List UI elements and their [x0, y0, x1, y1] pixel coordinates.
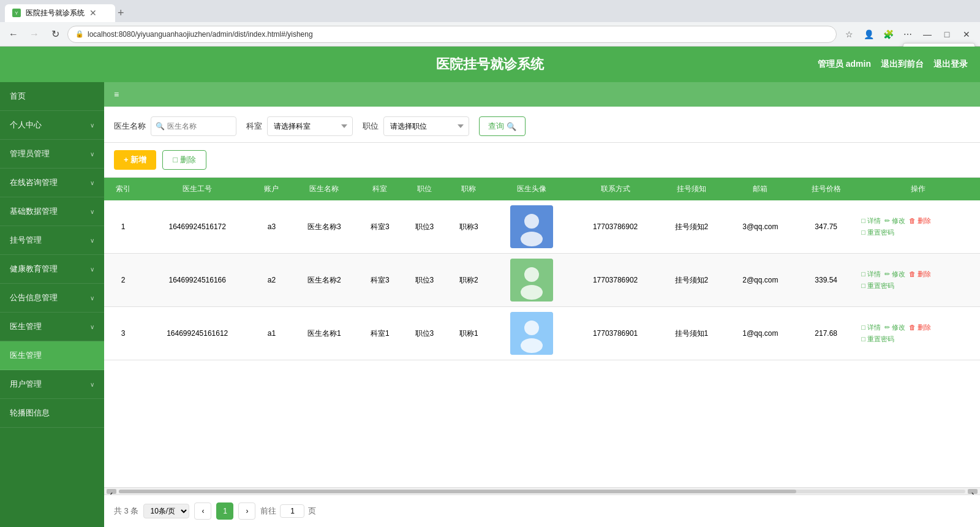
position-select[interactable]: 请选择职位: [383, 116, 469, 136]
scroll-left-button[interactable]: ‹: [107, 489, 116, 494]
tab-close-button[interactable]: ✕: [89, 8, 97, 18]
cell-name: 医生名称3: [290, 200, 358, 254]
extensions-button[interactable]: 🧩: [880, 26, 897, 43]
sidebar-item-admin-mgmt[interactable]: 管理员管理 ∨: [0, 140, 104, 169]
back-button[interactable]: ←: [5, 26, 22, 43]
next-page-button[interactable]: ›: [238, 502, 255, 520]
col-title: 职称: [447, 178, 491, 200]
cell-index: 2: [104, 254, 142, 307]
cell-position: 职位3: [402, 200, 447, 254]
sidebar-item-carousel[interactable]: 轮播图信息: [0, 399, 104, 428]
new-tab-button[interactable]: +: [118, 7, 124, 20]
col-actions: 操作: [856, 178, 980, 200]
reset-password-button[interactable]: □ 重置密码: [861, 335, 894, 344]
cell-account: a1: [252, 307, 290, 360]
page-1-button[interactable]: 1: [216, 502, 233, 520]
cell-department: 科室1: [358, 307, 402, 360]
address-bar[interactable]: 🔒 localhost:8080/yiyuanguanhaojiuzhen/ad…: [67, 26, 837, 43]
col-account: 账户: [252, 178, 290, 200]
sidebar-item-doctor-mgmt[interactable]: 医生管理: [0, 341, 104, 370]
cell-index: 1: [104, 200, 142, 254]
edit-button[interactable]: ✏ 修改: [884, 323, 905, 332]
col-email: 邮箱: [725, 178, 796, 200]
page-jump: 前往 页: [260, 504, 316, 518]
sidebar-item-registration-mgmt[interactable]: 挂号管理 ∨: [0, 226, 104, 255]
cell-actions: □ 详情 ✏ 修改 🗑 删除 □ 重置密码: [856, 307, 980, 360]
cell-doctor-id: 16469924516166: [142, 254, 252, 307]
cell-notice: 挂号须知1: [658, 307, 725, 360]
reset-password-button[interactable]: □ 重置密码: [861, 281, 894, 290]
browser-tab[interactable]: Y 医院挂号就诊系统 ✕: [5, 4, 115, 22]
table-row: 2 16469924516166 a2 医生名称2 科室3 职位3 职称2 17…: [104, 254, 980, 307]
horizontal-scrollbar[interactable]: ‹ ›: [104, 487, 980, 495]
back-to-front-button[interactable]: 退出到前台: [881, 59, 924, 70]
delete-row-button[interactable]: 🗑 删除: [909, 270, 931, 279]
maximize-button[interactable]: □: [938, 26, 956, 43]
col-avatar: 医生头像: [491, 178, 573, 200]
prev-page-button[interactable]: ‹: [194, 502, 211, 520]
more-button[interactable]: ⋯: [899, 26, 916, 43]
chevron-down-icon: ∨: [90, 237, 94, 244]
position-filter: 职位 请选择职位: [363, 116, 469, 136]
cell-contact: 17703786902: [573, 200, 658, 254]
search-toolbar: 医生名称 🔍 科室 请选择科室: [104, 107, 980, 143]
cell-price: 339.54: [796, 254, 856, 307]
cell-avatar: [491, 307, 573, 360]
minimize-button[interactable]: —: [919, 26, 936, 43]
profile-button[interactable]: 👤: [860, 26, 877, 43]
scroll-right-button[interactable]: ›: [968, 489, 978, 494]
add-button[interactable]: + 新增: [114, 150, 156, 170]
delete-row-button[interactable]: 🗑 删除: [909, 216, 931, 226]
detail-button[interactable]: □ 详情: [861, 270, 881, 279]
chevron-down-icon: ∨: [90, 151, 94, 157]
cell-title: 职称2: [447, 254, 491, 307]
query-button[interactable]: 查询 🔍: [479, 116, 526, 136]
sidebar-item-data-mgmt[interactable]: 基础数据管理 ∨: [0, 197, 104, 226]
doctor-avatar: [510, 259, 553, 301]
forward-button[interactable]: →: [26, 26, 43, 43]
sidebar-item-personal[interactable]: 个人中心 ∨: [0, 111, 104, 140]
chevron-down-icon: ∨: [90, 381, 94, 388]
sidebar-item-consult-mgmt[interactable]: 在线咨询管理 ∨: [0, 169, 104, 197]
per-page-select[interactable]: 10条/页: [143, 504, 189, 518]
department-select[interactable]: 请选择科室: [267, 116, 353, 136]
sidebar-item-user-mgmt[interactable]: 用户管理 ∨: [0, 370, 104, 399]
department-label: 科室: [246, 121, 262, 132]
svg-point-5: [521, 285, 543, 300]
add-label: + 新增: [124, 154, 146, 165]
cell-index: 3: [104, 307, 142, 360]
cell-email: 1@qq.com: [725, 307, 796, 360]
col-notice: 挂号须知: [658, 178, 725, 200]
col-price: 挂号价格: [796, 178, 856, 200]
delete-row-button[interactable]: 🗑 删除: [909, 323, 931, 332]
app-header: 医院挂号就诊系统 管理员 admin 退出到前台 退出登录: [0, 47, 980, 82]
sidebar-item-home[interactable]: 首页: [0, 82, 104, 111]
edit-button[interactable]: ✏ 修改: [884, 270, 905, 279]
detail-button[interactable]: □ 详情: [861, 323, 881, 332]
close-window-button[interactable]: ✕: [958, 26, 975, 43]
sidebar-item-health-edu[interactable]: 健康教育管理 ∨: [0, 255, 104, 284]
detail-button[interactable]: □ 详情: [861, 216, 881, 226]
bookmark-button[interactable]: ☆: [840, 26, 858, 43]
table-row: 3 164699245161612 a1 医生名称1 科室1 职位3 职称1 1…: [104, 307, 980, 360]
reset-password-button[interactable]: □ 重置密码: [861, 228, 894, 237]
svg-point-2: [521, 232, 543, 246]
total-count: 共 3 条: [114, 506, 138, 517]
logout-button[interactable]: 退出登录: [933, 59, 968, 70]
url-text: localhost:8080/yiyuanguanhaojiuzhen/admi…: [88, 30, 313, 39]
col-contact: 联系方式: [573, 178, 658, 200]
cell-price: 347.75: [796, 200, 856, 254]
doctor-avatar: [510, 312, 553, 355]
cell-doctor-id: 164699245161612: [142, 307, 252, 360]
refresh-button[interactable]: ↻: [47, 26, 64, 43]
cell-contact: 17703786901: [573, 307, 658, 360]
svg-point-8: [521, 338, 543, 353]
sidebar-item-announcement[interactable]: 公告信息管理 ∨: [0, 284, 104, 313]
sidebar-item-doctor-parent[interactable]: 医生管理 ∨: [0, 313, 104, 341]
edit-button[interactable]: ✏ 修改: [884, 216, 905, 226]
chevron-down-icon: ∨: [90, 180, 94, 186]
page-jump-input[interactable]: [280, 504, 304, 518]
batch-delete-button[interactable]: □ 删除: [162, 150, 206, 170]
cell-account: a3: [252, 200, 290, 254]
cell-name: 医生名称1: [290, 307, 358, 360]
